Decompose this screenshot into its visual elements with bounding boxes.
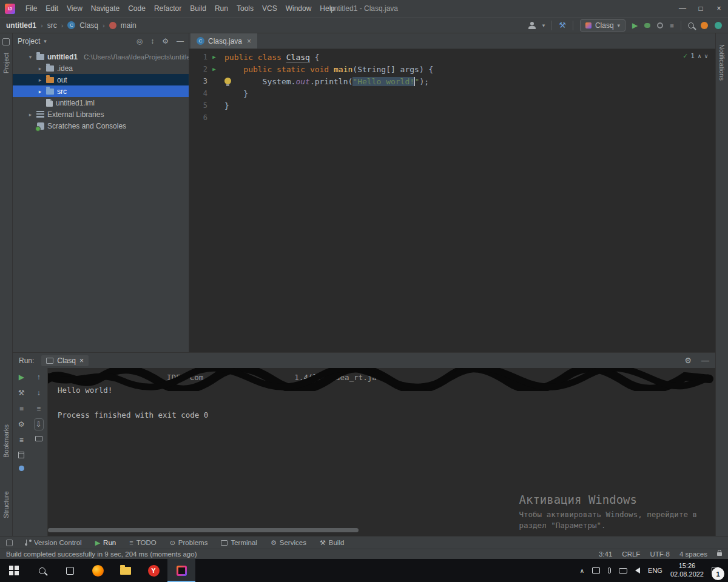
pin-tab-icon[interactable] bbox=[19, 466, 24, 471]
profiler-button[interactable] bbox=[657, 22, 663, 28]
run-button[interactable]: ▶ bbox=[632, 21, 638, 30]
tree-row-iml[interactable]: untitled1.iml bbox=[13, 97, 189, 109]
toolbar-todo[interactable]: ≡ TODO bbox=[129, 539, 156, 546]
tree-row-src[interactable]: ▸ src bbox=[13, 85, 189, 97]
taskbar-firefox[interactable] bbox=[84, 559, 112, 582]
tree-row-scratches[interactable]: Scratches and Consoles bbox=[13, 120, 189, 132]
task-view-button[interactable] bbox=[56, 559, 84, 582]
horizontal-scrollbar[interactable] bbox=[48, 528, 359, 532]
taskbar-clock[interactable]: 15:26 02.08.2022 bbox=[670, 562, 704, 579]
menu-refactor[interactable]: Refactor bbox=[150, 2, 186, 15]
caret-position[interactable]: 3:41 bbox=[599, 550, 612, 558]
menu-edit[interactable]: Edit bbox=[41, 2, 62, 15]
stripe-bookmarks-button[interactable]: Bookmarks bbox=[2, 424, 10, 458]
close-button[interactable]: × bbox=[710, 0, 728, 17]
menu-vcs[interactable]: VCS bbox=[258, 2, 281, 15]
tree-row-root[interactable]: ▾ untitled1 C:\Users\Лана\IdeaProjects\u… bbox=[13, 51, 189, 62]
soft-wrap-icon[interactable]: ≡ bbox=[19, 436, 24, 444]
console-menu-icon[interactable]: ≡ bbox=[36, 404, 41, 413]
build-wrench-icon[interactable]: ⚒ bbox=[559, 21, 566, 30]
tray-microphone-icon[interactable] bbox=[608, 567, 611, 574]
stripe-structure-button[interactable]: Structure bbox=[2, 491, 10, 518]
breadcrumb-class[interactable]: Clasq bbox=[79, 21, 98, 30]
tree-row-idea[interactable]: ▸ .idea bbox=[13, 62, 189, 74]
clear-console-icon[interactable] bbox=[18, 452, 24, 458]
code-editor[interactable]: 1 ▶ public class Clasq { 2 ▶ public stat… bbox=[189, 49, 715, 352]
menu-run[interactable]: Run bbox=[211, 2, 232, 15]
menu-view[interactable]: View bbox=[62, 2, 87, 15]
scroll-to-end-icon[interactable]: ⇩ bbox=[36, 420, 42, 429]
stripe-notifications-button[interactable]: Notifications bbox=[718, 44, 726, 81]
tab-close-icon[interactable]: × bbox=[79, 356, 84, 365]
hide-panel-icon[interactable]: — bbox=[177, 37, 184, 45]
breadcrumb-src[interactable]: src bbox=[47, 21, 57, 30]
indent-setting[interactable]: 4 spaces bbox=[679, 550, 707, 558]
run-class-gutter-icon[interactable]: ▶ bbox=[207, 54, 221, 60]
breadcrumb-method[interactable]: main bbox=[121, 21, 136, 30]
print-icon[interactable] bbox=[35, 436, 42, 441]
toolbar-terminal[interactable]: Terminal bbox=[221, 539, 257, 546]
toolbar-build[interactable]: ⚒ Build bbox=[320, 539, 344, 547]
taskbar-explorer[interactable] bbox=[112, 559, 140, 582]
locate-file-icon[interactable]: ◎ bbox=[136, 37, 143, 45]
restore-layout-icon[interactable]: ⚙ bbox=[18, 420, 25, 429]
rerun-button[interactable]: ▶ bbox=[19, 373, 24, 381]
stripe-project-button[interactable]: Project bbox=[2, 53, 10, 73]
line-ending[interactable]: CRLF bbox=[622, 550, 640, 558]
code-with-me-icon[interactable] bbox=[715, 22, 722, 29]
minimize-button[interactable]: — bbox=[673, 0, 692, 17]
up-stack-trace-icon[interactable]: ↑ bbox=[37, 373, 41, 381]
menu-code[interactable]: Code bbox=[124, 2, 150, 15]
menu-help[interactable]: Help bbox=[315, 2, 339, 15]
inspections-widget[interactable]: ✓ 1 ∧ ∨ bbox=[683, 52, 708, 60]
menu-build[interactable]: Build bbox=[186, 2, 211, 15]
menu-navigate[interactable]: Navigate bbox=[87, 2, 124, 15]
expanded-icon[interactable]: ▾ bbox=[27, 54, 33, 60]
notification-badge[interactable]: 1 bbox=[712, 567, 724, 580]
prev-problem-icon[interactable]: ∧ bbox=[698, 53, 701, 59]
file-encoding[interactable]: UTF-8 bbox=[650, 550, 670, 558]
start-button[interactable] bbox=[0, 559, 28, 582]
lock-icon[interactable] bbox=[717, 552, 722, 556]
toolbar-run[interactable]: ▶ Run bbox=[95, 539, 116, 547]
taskbar-yandex[interactable]: Y bbox=[140, 559, 167, 582]
collapsed-icon[interactable]: ▸ bbox=[37, 89, 43, 95]
chevron-down-icon[interactable]: ▾ bbox=[44, 38, 47, 44]
menu-window[interactable]: Window bbox=[281, 2, 316, 15]
search-everywhere-icon[interactable] bbox=[688, 22, 694, 28]
stop-button[interactable]: ■ bbox=[670, 22, 674, 29]
settings-icon[interactable]: ⚙ bbox=[684, 356, 692, 365]
tray-display-icon[interactable] bbox=[592, 567, 600, 574]
taskbar-search-button[interactable] bbox=[28, 559, 56, 582]
tab-close-icon[interactable]: × bbox=[247, 37, 251, 45]
tool-window-switcher-icon[interactable] bbox=[6, 540, 13, 546]
tool-window-icon[interactable] bbox=[2, 38, 10, 45]
debug-button[interactable] bbox=[644, 23, 650, 28]
hide-panel-icon[interactable]: — bbox=[701, 356, 709, 365]
collapsed-icon[interactable]: ▸ bbox=[37, 77, 43, 83]
language-indicator[interactable]: ENG bbox=[648, 567, 662, 574]
settings-sync-icon[interactable] bbox=[701, 22, 708, 29]
tray-keyboard-icon[interactable] bbox=[619, 568, 627, 574]
stop-button[interactable]: ■ bbox=[19, 404, 24, 413]
menu-file[interactable]: File bbox=[21, 2, 41, 15]
tree-row-external-libraries[interactable]: ▸ External Libraries bbox=[13, 109, 189, 120]
collapse-all-icon[interactable]: ↕ bbox=[150, 37, 154, 45]
tree-row-out[interactable]: ▸ out bbox=[13, 74, 189, 85]
maximize-button[interactable]: □ bbox=[692, 0, 710, 17]
toolbar-problems[interactable]: ⊙ Problems bbox=[170, 539, 208, 547]
next-problem-icon[interactable]: ∨ bbox=[704, 53, 708, 59]
collapsed-icon[interactable]: ▸ bbox=[27, 112, 33, 118]
status-message[interactable]: Build completed successfully in 9 sec, 2… bbox=[6, 550, 197, 558]
taskbar-intellij-active[interactable] bbox=[167, 559, 195, 582]
settings-icon[interactable]: ⚙ bbox=[162, 37, 169, 45]
editor-tab-clasq[interactable]: C Clasq.java × bbox=[190, 33, 257, 48]
hidden-icons-chevron[interactable]: ∧ bbox=[580, 567, 584, 574]
run-console[interactable]: java IDEA Com 1.4(lib\idea_rt.ja Hello w… bbox=[48, 368, 715, 536]
run-configuration-select[interactable]: Clasq ▾ bbox=[580, 19, 625, 32]
run-method-gutter-icon[interactable]: ▶ bbox=[207, 66, 221, 72]
menu-tools[interactable]: Tools bbox=[232, 2, 258, 15]
breadcrumb-module[interactable]: untitled1 bbox=[6, 21, 36, 30]
down-stack-trace-icon[interactable]: ↓ bbox=[37, 389, 41, 397]
intention-bulb-icon[interactable] bbox=[224, 78, 231, 84]
